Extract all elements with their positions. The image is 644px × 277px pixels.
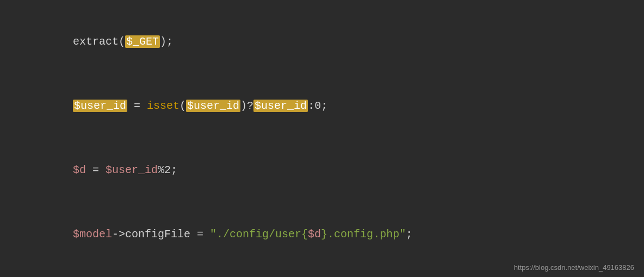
- code-text: }.config.php": [321, 228, 406, 241]
- code-text: $user_id: [253, 100, 308, 112]
- code-text: ;: [406, 228, 412, 241]
- code-text: "./config/user{: [210, 228, 308, 241]
- code-text: $model: [73, 228, 112, 241]
- code-text: $user_id: [73, 100, 127, 112]
- code-text: ->configFile =: [112, 228, 210, 241]
- code-text: =: [127, 100, 147, 112]
- line-content-4: $model->configFile = "./config/user{$d}.…: [29, 204, 644, 266]
- code-text: )?: [240, 100, 253, 112]
- watermark: https://blog.csdn.net/weixin_49163826: [514, 263, 634, 272]
- code-text: extract(: [73, 35, 125, 48]
- code-text: (: [179, 100, 186, 112]
- code-text: $user_id: [186, 100, 240, 112]
- code-text: :0;: [308, 100, 327, 112]
- code-text: $d: [73, 164, 86, 176]
- code-text: );: [160, 35, 173, 48]
- code-text: $_GET: [125, 35, 160, 48]
- code-text: =: [86, 164, 106, 176]
- code-text: isset: [147, 100, 179, 112]
- code-container: extract($_GET); $user_id = isset($user_i…: [0, 0, 644, 277]
- code-line-2: $user_id = isset($user_id)?$user_id:0;: [0, 74, 644, 138]
- line-content-3: $d = $user_id%2;: [29, 139, 644, 201]
- line-content-2: $user_id = isset($user_id)?$user_id:0;: [29, 75, 644, 137]
- code-text: $d: [308, 228, 321, 241]
- code-line-1: extract($_GET);: [0, 10, 644, 74]
- code-line-3: $d = $user_id%2;: [0, 138, 644, 202]
- line-content-1: extract($_GET);: [29, 11, 644, 73]
- code-text: $user_id: [106, 164, 158, 176]
- code-text: %2;: [158, 164, 177, 176]
- code-line-4: $model->configFile = "./config/user{$d}.…: [0, 202, 644, 267]
